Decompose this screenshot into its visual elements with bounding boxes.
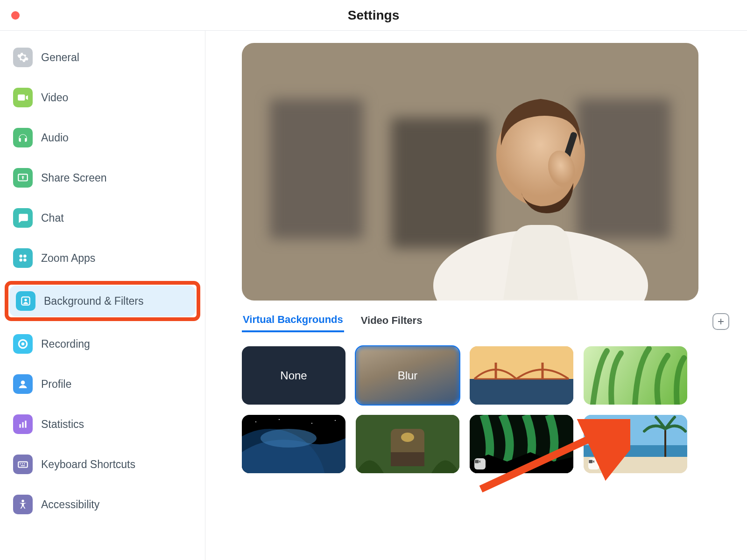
window-controls	[11, 11, 20, 20]
sidebar-item-accessibility[interactable]: Accessibility	[7, 489, 198, 520]
video-icon	[13, 88, 33, 107]
svg-point-30	[255, 421, 256, 422]
svg-point-18	[21, 500, 24, 502]
background-tabs: Virtual Backgrounds Video Filters	[242, 311, 729, 332]
sidebar-item-background-filters[interactable]: Background & Filters	[9, 286, 196, 316]
svg-point-2	[23, 254, 27, 258]
video-badge-icon	[588, 458, 599, 469]
profile-icon	[13, 374, 33, 394]
svg-point-1	[19, 254, 22, 258]
chat-icon	[13, 208, 33, 228]
sidebar-item-chat[interactable]: Chat	[7, 203, 198, 233]
sidebar-item-statistics[interactable]: Statistics	[7, 409, 198, 440]
sidebar-item-share-screen[interactable]: Share Screen	[7, 162, 198, 193]
sidebar-item-label: Video	[41, 91, 68, 104]
svg-rect-17	[21, 465, 25, 466]
svg-point-31	[279, 419, 280, 420]
sidebar-item-label: Recording	[41, 338, 90, 350]
background-option-image[interactable]	[584, 346, 687, 405]
background-grid: None Blur	[242, 346, 729, 473]
close-window-button[interactable]	[11, 11, 20, 20]
sidebar-item-label: Keyboard Shortcuts	[41, 458, 135, 471]
svg-rect-12	[25, 420, 26, 427]
sidebar-item-keyboard-shortcuts[interactable]: Keyboard Shortcuts	[7, 449, 198, 480]
sidebar-item-label: Zoom Apps	[41, 252, 95, 265]
titlebar: Settings	[0, 0, 747, 31]
sidebar-item-recording[interactable]: Recording	[7, 329, 198, 359]
background-option-image[interactable]	[356, 415, 459, 473]
accessibility-icon	[13, 495, 33, 514]
svg-rect-35	[391, 452, 424, 466]
add-background-button[interactable]	[712, 313, 729, 330]
annotation-highlight-box: Background & Filters	[5, 281, 200, 321]
svg-point-8	[21, 343, 25, 346]
tab-video-filters[interactable]: Video Filters	[360, 312, 423, 331]
record-icon	[13, 334, 33, 354]
settings-content: Virtual Backgrounds Video Filters None B…	[205, 31, 747, 560]
background-option-image[interactable]	[470, 346, 573, 405]
sidebar-item-label: Accessibility	[41, 498, 99, 511]
tab-virtual-backgrounds[interactable]: Virtual Backgrounds	[242, 311, 344, 332]
sidebar-item-general[interactable]: General	[7, 42, 198, 73]
video-preview	[242, 43, 698, 301]
sidebar-item-label: Share Screen	[41, 172, 107, 184]
plus-icon	[717, 317, 725, 326]
keyboard-icon	[13, 455, 33, 474]
window-title: Settings	[0, 8, 747, 23]
background-option-blur[interactable]: Blur	[356, 346, 459, 405]
apps-icon	[13, 248, 33, 268]
svg-point-29	[261, 429, 317, 448]
svg-point-33	[335, 420, 336, 421]
sidebar-item-label: Background & Filters	[44, 295, 143, 308]
background-option-video[interactable]	[584, 415, 687, 473]
svg-rect-16	[24, 463, 25, 464]
svg-rect-10	[19, 424, 21, 428]
sidebar-item-video[interactable]: Video	[7, 82, 198, 113]
gear-icon	[13, 48, 33, 67]
sidebar-item-label: Profile	[41, 378, 71, 391]
statistics-icon	[13, 414, 33, 434]
svg-point-32	[311, 423, 312, 424]
background-icon	[16, 291, 35, 311]
sidebar-item-audio[interactable]: Audio	[7, 122, 198, 153]
svg-point-4	[23, 259, 27, 262]
sidebar-item-label: Audio	[41, 132, 69, 144]
svg-rect-14	[20, 463, 21, 464]
background-option-none[interactable]: None	[242, 346, 345, 405]
svg-rect-11	[22, 422, 23, 428]
svg-rect-13	[18, 462, 28, 468]
svg-point-6	[24, 299, 27, 301]
sidebar-item-label: General	[41, 51, 79, 64]
sidebar-item-zoom-apps[interactable]: Zoom Apps	[7, 243, 198, 273]
background-option-video[interactable]	[470, 415, 573, 473]
sidebar-item-label: Chat	[41, 212, 64, 224]
svg-rect-24	[470, 379, 573, 405]
settings-sidebar: General Video Audio Sha	[0, 31, 205, 560]
svg-rect-15	[22, 463, 23, 464]
svg-point-9	[21, 380, 25, 385]
svg-point-3	[19, 259, 22, 262]
share-screen-icon	[13, 168, 33, 188]
video-badge-icon	[474, 458, 486, 469]
svg-rect-39	[584, 445, 687, 457]
sidebar-item-profile[interactable]: Profile	[7, 369, 198, 399]
svg-rect-23	[470, 346, 573, 379]
headphones-icon	[13, 128, 33, 147]
background-option-image[interactable]	[242, 415, 345, 473]
svg-point-36	[401, 433, 414, 442]
sidebar-item-label: Statistics	[41, 418, 84, 431]
